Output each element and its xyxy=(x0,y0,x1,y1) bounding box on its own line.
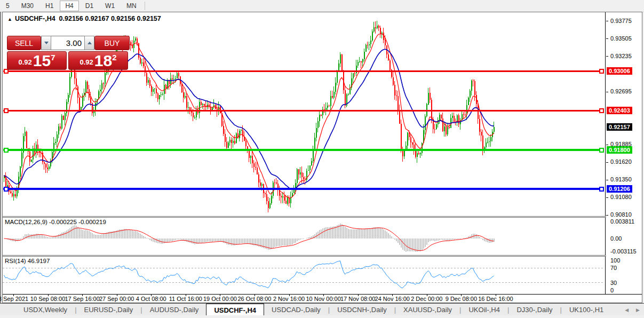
x-tick-mark xyxy=(427,295,427,296)
x-tick-mark xyxy=(48,295,49,296)
macd-indicator-label: MACD(12,26,9) -0.000225 -0.000219 xyxy=(5,219,106,225)
hline-marker[interactable] xyxy=(600,109,603,113)
ma-slow-line xyxy=(4,49,494,189)
x-tick-mark xyxy=(255,295,255,296)
hline-marker[interactable] xyxy=(600,148,603,152)
timeframe-button-h1[interactable]: H1 xyxy=(40,1,59,11)
rsi-line xyxy=(4,261,494,288)
chart-window: 0.937750.935050.932350.926950.918850.916… xyxy=(2,12,642,303)
arrow-up-icon xyxy=(88,42,92,44)
x-tick-mark xyxy=(13,295,14,296)
timeframe-button-w1[interactable]: W1 xyxy=(100,1,120,11)
volume-increase-button[interactable] xyxy=(84,36,94,50)
hline-0.92403[interactable] xyxy=(3,110,604,112)
arrow-down-icon xyxy=(44,42,49,44)
time-axis[interactable]: 3 Sep 202110 Sep 08:0017 Sep 16:0027 Sep… xyxy=(3,294,642,303)
x-tick-label: 19 Oct 00:00 xyxy=(203,296,237,302)
sell-price-prefix: 0.92 xyxy=(18,58,31,66)
x-tick-label: 11 Oct 16:00 xyxy=(169,296,202,302)
hline-marker[interactable] xyxy=(600,187,603,191)
chart-tab-uk100-h1[interactable]: UK100-,H1 xyxy=(562,304,611,316)
timeframe-button-m30[interactable]: M30 xyxy=(16,1,39,11)
chart-title: ▲USDCHF-,H4 0.92156 0.92167 0.92156 0.92… xyxy=(7,15,161,22)
price-badge-0.92157: 0.92157 xyxy=(607,123,632,131)
y-tick-mark xyxy=(606,38,608,39)
chart-tab-audusd-daily[interactable]: AUDUSD-,Daily xyxy=(142,304,206,316)
macd-axis-zero: 0.00 xyxy=(610,235,622,242)
chart-tab-usdx-weekly[interactable]: USDX,Weekly xyxy=(16,304,75,316)
hline-marker[interactable] xyxy=(600,69,603,73)
x-tick-label: 27 Sep 00:00 xyxy=(99,296,134,302)
x-tick-mark xyxy=(151,295,152,296)
timeframe-button-h4[interactable]: H4 xyxy=(60,1,78,11)
rsi-pane[interactable] xyxy=(3,257,606,294)
x-tick-label: 2 Nov 16:00 xyxy=(273,296,305,302)
rsi-axis-0: 0 xyxy=(610,287,614,293)
buy-price-button[interactable]: 0.92 18 2 xyxy=(68,51,128,70)
hline-marker[interactable] xyxy=(4,109,8,113)
sell-price-big: 15 xyxy=(33,53,51,68)
toolbar-separator xyxy=(145,2,145,10)
collapse-chart-icon[interactable]: ▲ xyxy=(7,17,12,22)
chart-ohlc-values: 0.92156 0.92167 0.92156 0.92157 xyxy=(59,15,161,22)
x-tick-label: 10 Sep 08:00 xyxy=(30,296,65,302)
y-tick-mark xyxy=(606,92,608,92)
macd-histogram xyxy=(7,224,494,252)
sell-button[interactable]: SELL xyxy=(7,36,41,50)
chart-tab-usdcnh-daily[interactable]: USDCNH-,Daily xyxy=(330,304,394,316)
x-tick-label: 10 Nov 00:00 xyxy=(306,296,340,302)
buy-price-prefix: 0.92 xyxy=(79,58,93,66)
rsi-axis-70: 70 xyxy=(610,265,617,271)
hline-0.91800[interactable] xyxy=(3,149,604,151)
hline-marker[interactable] xyxy=(4,148,8,152)
buy-button[interactable]: BUY xyxy=(94,36,130,50)
price-badge-0.91206: 0.91206 xyxy=(607,185,632,193)
x-tick-mark xyxy=(82,295,83,296)
price-badge-0.92403: 0.92403 xyxy=(607,107,632,114)
y-tick-0.91620: 0.91620 xyxy=(610,158,632,165)
chart-tab-ukoil-h4[interactable]: UKOil-,H4 xyxy=(461,304,507,316)
x-tick-mark xyxy=(117,295,117,296)
hline-marker[interactable] xyxy=(4,187,8,191)
y-tick-mark xyxy=(606,180,608,180)
chart-tab-xauusd-daily[interactable]: XAUUSD-,Daily xyxy=(396,304,459,316)
timeframe-toolbar: 5M30H1H4D1W1MN xyxy=(0,0,644,12)
status-strip xyxy=(0,315,644,318)
y-tick-mark xyxy=(606,162,608,163)
rsi-axis-100: 100 xyxy=(610,257,620,264)
y-tick-0.91080: 0.91080 xyxy=(610,194,632,200)
tab-scroll-left-icon[interactable]: ◀ xyxy=(625,307,629,313)
x-tick-label: 9 Dec 08:00 xyxy=(446,296,477,302)
timeframe-button-d1[interactable]: D1 xyxy=(80,1,99,11)
chart-tab-usdchf-h4[interactable]: USDCHF-,H4 xyxy=(206,304,264,316)
volume-input[interactable] xyxy=(51,36,84,50)
y-tick-mark xyxy=(606,145,608,145)
hline-0.91206[interactable] xyxy=(3,188,604,190)
price-axis[interactable]: 0.937750.935050.932350.926950.918850.916… xyxy=(606,12,642,303)
x-tick-label: 17 Nov 08:00 xyxy=(340,296,375,302)
y-tick-0.93775: 0.93775 xyxy=(610,18,632,24)
x-tick-label: 26 Oct 08:00 xyxy=(237,296,271,302)
x-tick-label: 17 Sep 16:00 xyxy=(65,296,99,302)
x-tick-mark xyxy=(496,295,496,296)
y-tick-mark xyxy=(606,197,608,198)
x-tick-label: 4 Oct 08:00 xyxy=(136,296,166,302)
chart-tab-usdcad-daily[interactable]: USDCAD-,Daily xyxy=(264,304,328,316)
sell-price-button[interactable]: 0.92 15 7 xyxy=(7,51,67,70)
price-badge-0.91800: 0.91800 xyxy=(607,146,632,154)
tab-scroll-right-icon[interactable]: ▶ xyxy=(636,307,640,313)
y-tick-0.90810: 0.90810 xyxy=(610,211,632,218)
chart-tab-dj30-daily[interactable]: DJ30-,Daily xyxy=(509,304,560,316)
y-tick-0.91350: 0.91350 xyxy=(610,176,632,182)
volume-decrease-button[interactable] xyxy=(41,36,51,50)
chart-tab-eurusd-daily[interactable]: EURUSD-,Daily xyxy=(77,304,141,316)
rsi-axis-30: 30 xyxy=(610,280,617,286)
x-tick-label: 3 Sep 2021 xyxy=(0,296,28,302)
y-tick-mark xyxy=(606,215,608,216)
sell-price-pip: 7 xyxy=(51,53,55,62)
timeframe-button-mn[interactable]: MN xyxy=(121,1,142,11)
timeframe-button-5[interactable]: 5 xyxy=(1,1,15,11)
y-tick-mark xyxy=(606,21,608,21)
hline-0.93006[interactable] xyxy=(3,70,604,72)
x-tick-mark xyxy=(220,295,220,296)
